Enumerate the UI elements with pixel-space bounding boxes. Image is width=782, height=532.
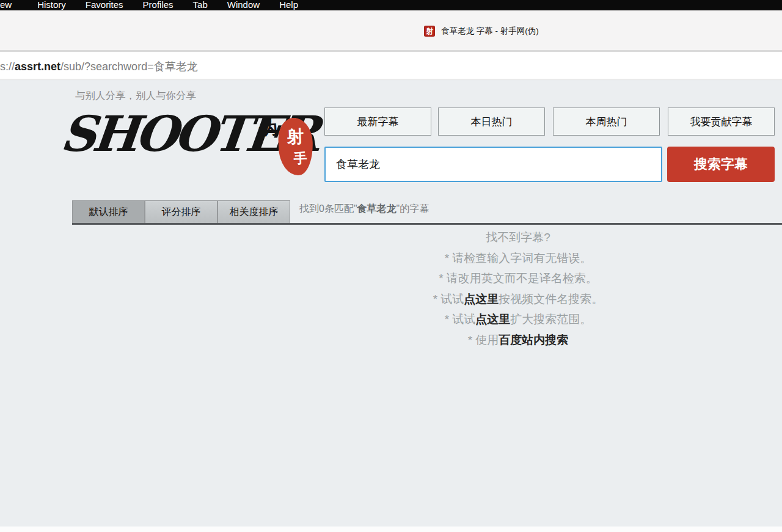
tip-filename-search: * 试试点这里按视频文件名搜索。 — [255, 289, 781, 310]
site-tagline: 与别人分享，别人与你分享 — [75, 89, 196, 103]
sort-tab-default[interactable]: 默认排序 — [72, 200, 145, 224]
search-input[interactable] — [324, 147, 662, 182]
sort-tab-rating[interactable]: 评分排序 — [145, 200, 217, 224]
tip-text: * 试试 — [433, 293, 464, 305]
contribute-subtitles-button[interactable]: 我要贡献字幕 — [668, 107, 775, 136]
tip-text: * 请改用英文而不是译名检索。 — [439, 272, 597, 285]
expand-search-link[interactable]: 点这里 — [475, 313, 510, 326]
week-hot-button[interactable]: 本周热门 — [553, 107, 660, 136]
menu-item-help[interactable]: Help — [279, 0, 298, 10]
menu-item-view[interactable]: ew — [0, 0, 12, 10]
baidu-site-search-link[interactable]: 百度站内搜索 — [499, 333, 568, 346]
tip-text: * 使用 — [468, 333, 499, 346]
site-favicon-icon: 射 — [424, 26, 435, 37]
tip-text: 按视频文件名搜索。 — [499, 293, 603, 305]
menu-item-window[interactable]: Window — [227, 0, 260, 10]
tip-use-english: * 请改用英文而不是译名检索。 — [255, 268, 781, 289]
logo-wei-mark: 伪 — [258, 115, 279, 141]
bottom-strip — [0, 527, 782, 532]
tip-text: 扩大搜索范围。 — [510, 313, 591, 326]
menu-item-tab[interactable]: Tab — [193, 0, 208, 10]
url-path: /sub/?searchword=食草老龙 — [60, 60, 198, 73]
seal-char-top: 射 — [287, 125, 304, 149]
tip-expand-scope: * 试试点这里扩大搜索范围。 — [255, 309, 781, 330]
menu-item-history[interactable]: History — [37, 0, 66, 10]
seal-char-bottom: 手 — [293, 149, 307, 168]
result-summary-suffix: "的字幕 — [396, 203, 429, 214]
browser-tab-bar: 射 食草老龙 字幕 - 射手网(伪) — [0, 10, 782, 52]
tip-baidu-search: * 使用百度站内搜索 — [255, 330, 781, 351]
tab-divider-line — [72, 223, 782, 225]
tip-text: * 请检查输入字词有无错误。 — [445, 252, 592, 264]
browser-tab[interactable]: 射 食草老龙 字幕 - 射手网(伪) — [424, 10, 539, 52]
menu-item-favorites[interactable]: Favorites — [86, 0, 123, 10]
address-bar[interactable]: s://assrt.net/sub/?searchword=食草老龙 — [0, 54, 782, 79]
url-domain: assrt.net — [15, 60, 60, 73]
result-summary: 找到0条匹配"食草老龙"的字幕 — [299, 203, 429, 216]
today-hot-button[interactable]: 本日热门 — [438, 107, 545, 136]
latest-subtitles-button[interactable]: 最新字幕 — [324, 107, 431, 136]
filename-search-link[interactable]: 点这里 — [464, 293, 499, 305]
page-content: 与别人分享，别人与你分享 SHOOTER 伪 射 手 最新字幕 本日热门 本周热… — [0, 80, 782, 532]
macos-menu-bar: ew History Favorites Profiles Tab Window… — [0, 0, 782, 10]
search-submit-button[interactable]: 搜索字幕 — [667, 147, 775, 182]
tab-title: 食草老龙 字幕 - 射手网(伪) — [441, 26, 539, 37]
result-summary-prefix: 找到0条匹配" — [299, 203, 357, 214]
no-results-title: 找不到字幕? — [255, 227, 781, 248]
no-results-panel: 找不到字幕? * 请检查输入字词有无错误。 * 请改用英文而不是译名检索。 * … — [255, 227, 781, 350]
menu-item-profiles[interactable]: Profiles — [143, 0, 174, 10]
tip-text: * 试试 — [445, 313, 476, 326]
tip-check-spelling: * 请检查输入字词有无错误。 — [255, 248, 781, 269]
sort-tab-relevance[interactable]: 相关度排序 — [217, 200, 290, 224]
url-scheme: s:// — [0, 60, 15, 73]
result-summary-keyword: 食草老龙 — [357, 203, 396, 214]
